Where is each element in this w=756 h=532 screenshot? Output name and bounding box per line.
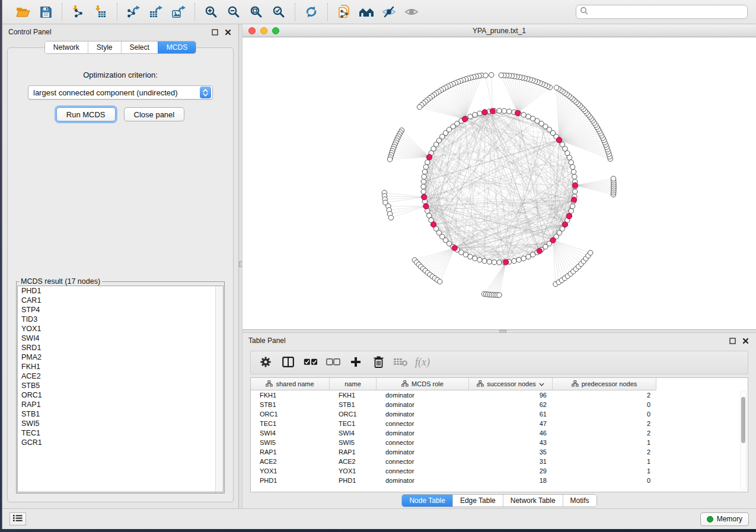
zoom-selected-button[interactable] xyxy=(268,2,289,21)
mcds-result-item[interactable]: SWI5 xyxy=(18,419,223,428)
mcds-node[interactable] xyxy=(572,182,578,188)
float-panel-icon[interactable] xyxy=(210,27,219,37)
network-node[interactable] xyxy=(521,113,526,117)
mcds-result-item[interactable]: PMA2 xyxy=(18,352,223,362)
network-node[interactable] xyxy=(573,189,578,194)
mcds-node[interactable] xyxy=(427,154,432,159)
select-all-button[interactable] xyxy=(301,354,321,371)
network-node[interactable] xyxy=(526,114,531,119)
horizontal-splitter-grip[interactable] xyxy=(499,330,506,333)
mcds-node[interactable] xyxy=(462,116,467,121)
mcds-result-item[interactable]: STB5 xyxy=(18,381,223,390)
network-node[interactable] xyxy=(421,189,426,194)
mcds-node[interactable] xyxy=(556,137,562,143)
criterion-dropdown[interactable]: largest connected component (undirected) xyxy=(28,85,213,100)
table-scrollbar[interactable] xyxy=(740,390,747,491)
network-node[interactable] xyxy=(425,160,430,165)
network-node[interactable] xyxy=(388,215,393,220)
search-box[interactable] xyxy=(576,5,748,19)
mcds-node[interactable] xyxy=(566,213,572,219)
table-row[interactable]: ORC1ORC1dominator610 xyxy=(251,409,748,419)
network-node[interactable] xyxy=(497,260,502,265)
tab-network-table[interactable]: Network Table xyxy=(503,495,563,507)
import-table-button[interactable] xyxy=(90,2,111,21)
import-network-button[interactable] xyxy=(68,2,89,21)
export-table-button[interactable] xyxy=(145,2,167,21)
column-header-shared-name[interactable]: shared name xyxy=(251,378,330,390)
mcds-node[interactable] xyxy=(550,238,556,243)
mcds-result-item[interactable]: CAR1 xyxy=(18,296,223,305)
vertical-splitter[interactable] xyxy=(238,24,243,508)
column-header-predecessor-nodes[interactable]: predecessor nodes xyxy=(553,378,656,390)
tab-style[interactable]: Style xyxy=(88,41,121,53)
tab-network[interactable]: Network xyxy=(45,41,88,53)
refresh-button[interactable] xyxy=(301,2,322,21)
table-row[interactable]: FKH1FKH1dominator962 xyxy=(251,390,748,400)
table-row[interactable]: YOX1YOX1connector291 xyxy=(251,466,748,476)
mcds-node[interactable] xyxy=(422,194,427,200)
first-neighbors-button[interactable] xyxy=(356,2,377,21)
table-row[interactable]: SWI5SWI5connector431 xyxy=(251,438,748,447)
new-network-from-selection-button[interactable] xyxy=(333,2,355,21)
network-node[interactable] xyxy=(473,256,477,261)
network-node[interactable] xyxy=(421,179,426,184)
network-node[interactable] xyxy=(516,257,521,262)
zoom-out-button[interactable] xyxy=(223,2,244,21)
network-node[interactable] xyxy=(588,251,593,255)
close-table-panel-icon[interactable] xyxy=(741,336,750,345)
mcds-result-item[interactable]: ACE2 xyxy=(18,371,223,381)
network-node[interactable] xyxy=(569,160,573,165)
column-header-name[interactable]: name xyxy=(330,378,377,390)
mcds-result-item[interactable]: PHD1 xyxy=(18,286,223,296)
network-node[interactable] xyxy=(572,174,577,179)
tab-motifs[interactable]: Motifs xyxy=(563,495,596,507)
network-node[interactable] xyxy=(477,257,482,262)
result-list-scrollbar[interactable] xyxy=(215,286,223,492)
zoom-fit-button[interactable] xyxy=(245,2,267,21)
network-node[interactable] xyxy=(387,157,392,162)
table-row[interactable]: TEC1TEC1connector472 xyxy=(251,419,748,428)
network-graph[interactable] xyxy=(243,37,755,329)
table-row[interactable]: SWI4SWI4dominator462 xyxy=(251,428,748,438)
network-window-titlebar[interactable]: YPA_prune.txt_1 xyxy=(243,24,756,37)
memory-button[interactable]: Memory xyxy=(700,512,749,526)
export-image-button[interactable] xyxy=(168,2,189,21)
mcds-result-item[interactable]: STP4 xyxy=(18,305,223,315)
mcds-node[interactable] xyxy=(490,108,495,114)
tab-select[interactable]: Select xyxy=(121,41,158,53)
open-session-button[interactable] xyxy=(12,2,34,21)
network-node[interactable] xyxy=(554,85,559,90)
table-scrollbar-thumb[interactable] xyxy=(741,397,745,443)
network-node[interactable] xyxy=(492,260,496,265)
network-node[interactable] xyxy=(477,111,482,116)
network-node[interactable] xyxy=(438,279,442,284)
mcds-node[interactable] xyxy=(431,222,436,227)
network-node[interactable] xyxy=(569,209,573,213)
mcds-result-item[interactable]: SRD1 xyxy=(18,343,223,352)
table-row[interactable]: PHD1PHD1dominator180 xyxy=(251,476,748,485)
mcds-result-item[interactable]: GCR1 xyxy=(18,438,223,447)
add-column-button[interactable] xyxy=(346,354,366,371)
mcds-node[interactable] xyxy=(503,259,509,265)
network-node[interactable] xyxy=(521,256,526,261)
task-history-button[interactable] xyxy=(9,512,26,525)
mcds-result-item[interactable]: STB1 xyxy=(18,409,223,419)
mcds-node[interactable] xyxy=(537,248,542,254)
network-node[interactable] xyxy=(417,104,422,109)
network-node[interactable] xyxy=(499,73,503,78)
mcds-result-item[interactable]: YOX1 xyxy=(18,324,223,334)
network-node[interactable] xyxy=(482,258,487,263)
network-node[interactable] xyxy=(497,293,502,297)
mcds-node[interactable] xyxy=(515,110,520,116)
table-row[interactable]: STB1STB1dominator620 xyxy=(251,400,748,409)
tab-mcds[interactable]: MCDS xyxy=(158,41,196,53)
table-settings-button[interactable] xyxy=(256,354,276,371)
network-node[interactable] xyxy=(570,204,575,209)
node-table[interactable]: shared namenameMCDS rolesuccessor nodesp… xyxy=(250,377,748,492)
network-node[interactable] xyxy=(489,72,494,77)
network-node[interactable] xyxy=(570,165,575,169)
column-layout-button[interactable] xyxy=(278,354,298,371)
network-node[interactable] xyxy=(423,165,428,169)
network-node[interactable] xyxy=(468,254,473,259)
mcds-result-item[interactable]: FKH1 xyxy=(18,362,223,371)
